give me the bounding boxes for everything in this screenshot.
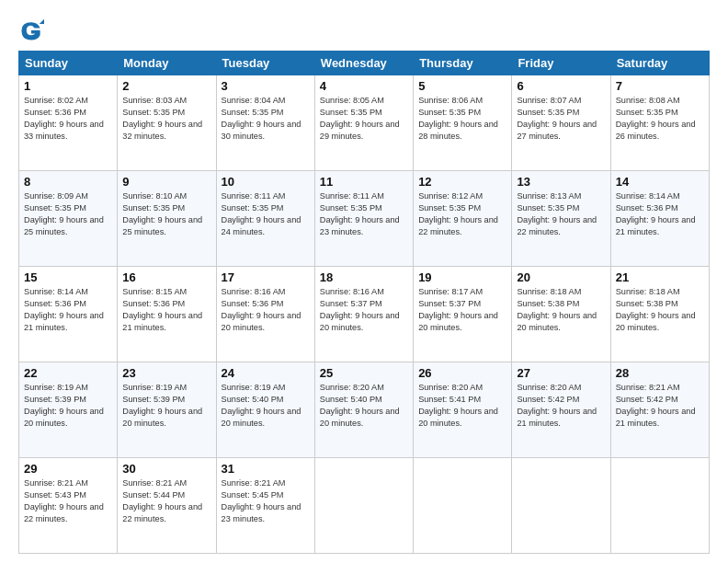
day-cell: 24Sunrise: 8:19 AMSunset: 5:40 PMDayligh… bbox=[216, 362, 314, 458]
day-cell: 27Sunrise: 8:20 AMSunset: 5:42 PMDayligh… bbox=[512, 362, 610, 458]
day-cell: 13Sunrise: 8:13 AMSunset: 5:35 PMDayligh… bbox=[512, 171, 610, 267]
day-cell bbox=[610, 458, 709, 554]
weekday-header: Sunday bbox=[19, 52, 118, 75]
week-row: 22Sunrise: 8:19 AMSunset: 5:39 PMDayligh… bbox=[19, 362, 710, 458]
day-number: 7 bbox=[616, 79, 704, 93]
weekday-header: Wednesday bbox=[314, 52, 413, 75]
day-number: 13 bbox=[517, 175, 605, 189]
day-number: 9 bbox=[122, 175, 210, 189]
day-number: 29 bbox=[24, 462, 112, 476]
day-info: Sunrise: 8:15 AMSunset: 5:36 PMDaylight:… bbox=[122, 286, 210, 334]
day-number: 26 bbox=[418, 366, 506, 380]
day-cell: 10Sunrise: 8:11 AMSunset: 5:35 PMDayligh… bbox=[216, 171, 314, 267]
day-info: Sunrise: 8:21 AMSunset: 5:43 PMDaylight:… bbox=[24, 477, 112, 525]
day-info: Sunrise: 8:12 AMSunset: 5:35 PMDaylight:… bbox=[418, 190, 506, 238]
day-cell: 28Sunrise: 8:21 AMSunset: 5:42 PMDayligh… bbox=[610, 362, 709, 458]
day-info: Sunrise: 8:07 AMSunset: 5:35 PMDaylight:… bbox=[517, 95, 605, 143]
day-number: 27 bbox=[517, 366, 605, 380]
day-info: Sunrise: 8:19 AMSunset: 5:39 PMDaylight:… bbox=[122, 382, 210, 430]
day-number: 1 bbox=[24, 79, 112, 93]
day-number: 31 bbox=[222, 462, 310, 476]
day-number: 2 bbox=[122, 79, 210, 93]
day-number: 12 bbox=[418, 175, 506, 189]
day-cell: 12Sunrise: 8:12 AMSunset: 5:35 PMDayligh… bbox=[414, 171, 512, 267]
day-number: 5 bbox=[418, 79, 506, 93]
day-cell: 23Sunrise: 8:19 AMSunset: 5:39 PMDayligh… bbox=[118, 362, 216, 458]
day-info: Sunrise: 8:17 AMSunset: 5:37 PMDaylight:… bbox=[418, 286, 506, 334]
weekday-header-row: SundayMondayTuesdayWednesdayThursdayFrid… bbox=[19, 52, 710, 75]
day-cell: 4Sunrise: 8:05 AMSunset: 5:35 PMDaylight… bbox=[314, 75, 413, 171]
week-row: 29Sunrise: 8:21 AMSunset: 5:43 PMDayligh… bbox=[19, 458, 710, 554]
day-info: Sunrise: 8:19 AMSunset: 5:40 PMDaylight:… bbox=[222, 382, 310, 430]
weekday-header: Thursday bbox=[414, 52, 512, 75]
day-number: 4 bbox=[320, 79, 408, 93]
day-info: Sunrise: 8:13 AMSunset: 5:35 PMDaylight:… bbox=[517, 190, 605, 238]
day-cell: 29Sunrise: 8:21 AMSunset: 5:43 PMDayligh… bbox=[19, 458, 118, 554]
day-number: 3 bbox=[222, 79, 310, 93]
day-info: Sunrise: 8:21 AMSunset: 5:45 PMDaylight:… bbox=[222, 477, 310, 525]
day-cell: 2Sunrise: 8:03 AMSunset: 5:35 PMDaylight… bbox=[118, 75, 216, 171]
day-cell: 26Sunrise: 8:20 AMSunset: 5:41 PMDayligh… bbox=[414, 362, 512, 458]
day-info: Sunrise: 8:16 AMSunset: 5:37 PMDaylight:… bbox=[320, 286, 408, 334]
page: SundayMondayTuesdayWednesdayThursdayFrid… bbox=[0, 0, 728, 563]
week-row: 1Sunrise: 8:02 AMSunset: 5:36 PMDaylight… bbox=[19, 75, 710, 171]
day-info: Sunrise: 8:19 AMSunset: 5:39 PMDaylight:… bbox=[24, 382, 112, 430]
day-cell: 22Sunrise: 8:19 AMSunset: 5:39 PMDayligh… bbox=[19, 362, 118, 458]
day-number: 8 bbox=[24, 175, 112, 189]
day-info: Sunrise: 8:21 AMSunset: 5:44 PMDaylight:… bbox=[122, 477, 210, 525]
day-info: Sunrise: 8:14 AMSunset: 5:36 PMDaylight:… bbox=[616, 190, 704, 238]
day-cell: 8Sunrise: 8:09 AMSunset: 5:35 PMDaylight… bbox=[19, 171, 118, 267]
day-info: Sunrise: 8:04 AMSunset: 5:35 PMDaylight:… bbox=[222, 95, 310, 143]
day-info: Sunrise: 8:20 AMSunset: 5:42 PMDaylight:… bbox=[517, 382, 605, 430]
day-cell: 15Sunrise: 8:14 AMSunset: 5:36 PMDayligh… bbox=[19, 267, 118, 362]
day-cell: 11Sunrise: 8:11 AMSunset: 5:35 PMDayligh… bbox=[314, 171, 413, 267]
day-number: 16 bbox=[122, 270, 210, 284]
day-cell: 17Sunrise: 8:16 AMSunset: 5:36 PMDayligh… bbox=[216, 267, 314, 362]
day-cell: 14Sunrise: 8:14 AMSunset: 5:36 PMDayligh… bbox=[610, 171, 709, 267]
day-number: 30 bbox=[122, 462, 210, 476]
day-number: 18 bbox=[320, 270, 408, 284]
day-number: 25 bbox=[320, 366, 408, 380]
day-info: Sunrise: 8:10 AMSunset: 5:35 PMDaylight:… bbox=[122, 190, 210, 238]
day-number: 11 bbox=[320, 175, 408, 189]
day-cell: 1Sunrise: 8:02 AMSunset: 5:36 PMDaylight… bbox=[19, 75, 118, 171]
day-info: Sunrise: 8:21 AMSunset: 5:42 PMDaylight:… bbox=[616, 382, 704, 430]
day-cell: 5Sunrise: 8:06 AMSunset: 5:35 PMDaylight… bbox=[414, 75, 512, 171]
logo-icon bbox=[18, 17, 44, 43]
day-cell: 21Sunrise: 8:18 AMSunset: 5:38 PMDayligh… bbox=[610, 267, 709, 362]
day-info: Sunrise: 8:06 AMSunset: 5:35 PMDaylight:… bbox=[418, 95, 506, 143]
day-number: 22 bbox=[24, 366, 112, 380]
day-info: Sunrise: 8:11 AMSunset: 5:35 PMDaylight:… bbox=[320, 190, 408, 238]
day-number: 20 bbox=[517, 270, 605, 284]
day-cell: 7Sunrise: 8:08 AMSunset: 5:35 PMDaylight… bbox=[610, 75, 709, 171]
day-cell: 6Sunrise: 8:07 AMSunset: 5:35 PMDaylight… bbox=[512, 75, 610, 171]
day-info: Sunrise: 8:20 AMSunset: 5:40 PMDaylight:… bbox=[320, 382, 408, 430]
header bbox=[18, 14, 710, 43]
week-row: 8Sunrise: 8:09 AMSunset: 5:35 PMDaylight… bbox=[19, 171, 710, 267]
day-cell: 19Sunrise: 8:17 AMSunset: 5:37 PMDayligh… bbox=[414, 267, 512, 362]
day-info: Sunrise: 8:20 AMSunset: 5:41 PMDaylight:… bbox=[418, 382, 506, 430]
day-cell: 20Sunrise: 8:18 AMSunset: 5:38 PMDayligh… bbox=[512, 267, 610, 362]
day-cell: 3Sunrise: 8:04 AMSunset: 5:35 PMDaylight… bbox=[216, 75, 314, 171]
day-info: Sunrise: 8:14 AMSunset: 5:36 PMDaylight:… bbox=[24, 286, 112, 334]
day-cell: 30Sunrise: 8:21 AMSunset: 5:44 PMDayligh… bbox=[118, 458, 216, 554]
day-info: Sunrise: 8:11 AMSunset: 5:35 PMDaylight:… bbox=[222, 190, 310, 238]
day-info: Sunrise: 8:02 AMSunset: 5:36 PMDaylight:… bbox=[24, 95, 112, 143]
day-info: Sunrise: 8:05 AMSunset: 5:35 PMDaylight:… bbox=[320, 95, 408, 143]
day-cell bbox=[414, 458, 512, 554]
day-number: 28 bbox=[616, 366, 704, 380]
day-number: 21 bbox=[616, 270, 704, 284]
day-cell bbox=[314, 458, 413, 554]
day-info: Sunrise: 8:09 AMSunset: 5:35 PMDaylight:… bbox=[24, 190, 112, 238]
day-number: 6 bbox=[517, 79, 605, 93]
day-number: 17 bbox=[222, 270, 310, 284]
day-number: 24 bbox=[222, 366, 310, 380]
calendar: SundayMondayTuesdayWednesdayThursdayFrid… bbox=[18, 51, 710, 554]
weekday-header: Monday bbox=[118, 52, 216, 75]
logo bbox=[18, 17, 50, 43]
day-number: 14 bbox=[616, 175, 704, 189]
week-row: 15Sunrise: 8:14 AMSunset: 5:36 PMDayligh… bbox=[19, 267, 710, 362]
day-cell: 16Sunrise: 8:15 AMSunset: 5:36 PMDayligh… bbox=[118, 267, 216, 362]
day-info: Sunrise: 8:16 AMSunset: 5:36 PMDaylight:… bbox=[222, 286, 310, 334]
weekday-header: Tuesday bbox=[216, 52, 314, 75]
